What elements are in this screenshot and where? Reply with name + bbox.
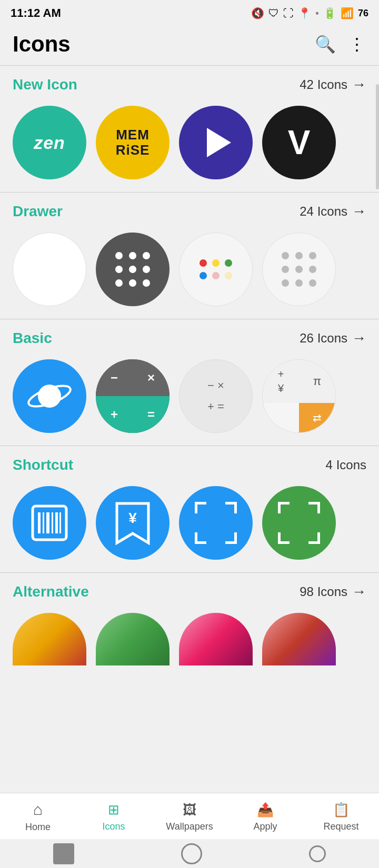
icon-light-dots[interactable]	[262, 233, 336, 306]
icon-play[interactable]	[179, 106, 253, 179]
icon-color-dots[interactable]	[179, 233, 253, 306]
nav-item-wallpapers[interactable]: 🖼 Wallpapers	[163, 802, 216, 832]
svg-rect-3	[38, 512, 41, 533]
section-count-new-icon[interactable]: 42 Icons →	[300, 76, 366, 93]
alternative-icon-row	[13, 613, 366, 665]
section-arrow-alternative: →	[352, 583, 366, 600]
calc-dark-grid: − × + =	[96, 359, 169, 433]
dot-2	[129, 252, 136, 259]
alt-icon-4[interactable]	[262, 613, 336, 665]
section-count-shortcut[interactable]: 4 Icons	[326, 458, 366, 472]
zen-text: zen	[34, 133, 65, 153]
section-header-new-icon: New Icon 42 Icons →	[13, 76, 366, 93]
dot-1	[115, 252, 123, 259]
svg-rect-4	[43, 512, 44, 533]
vanced-text: V	[288, 123, 311, 162]
section-arrow-new-icon: →	[352, 76, 366, 93]
svg-rect-6	[52, 512, 53, 533]
calc-o-tl: +¥	[263, 360, 299, 403]
status-bar: 11:12 AM 🔇 🛡 ⛶ 📍 • 🔋 📶 76	[0, 0, 379, 26]
icon-white-circle[interactable]	[13, 233, 86, 306]
more-options-button[interactable]: ⋮	[348, 34, 366, 54]
icon-barcode[interactable]	[13, 486, 86, 560]
dot-5	[129, 266, 136, 273]
alt-icon-1[interactable]	[13, 613, 86, 665]
notification-icon: ⛶	[283, 7, 294, 19]
system-nav	[0, 839, 379, 868]
system-home-button[interactable]	[181, 843, 202, 864]
ldot-1	[282, 252, 289, 259]
calc-orange-grid: +¥ π ⇄	[263, 360, 335, 432]
icon-yen[interactable]: ¥	[96, 486, 169, 560]
calc-eq: =	[133, 396, 169, 433]
svg-text:¥: ¥	[128, 510, 137, 526]
calc-o-tr: π	[299, 360, 335, 403]
section-count-drawer[interactable]: 24 Icons →	[300, 203, 366, 220]
alt-icon-2[interactable]	[96, 613, 169, 665]
calc-o-bl	[263, 403, 299, 432]
section-header-shortcut: Shortcut 4 Icons	[13, 457, 366, 473]
section-title-alternative: Alternative	[13, 583, 89, 600]
scan-corner-br	[225, 532, 237, 544]
calc-o-br: ⇄	[299, 403, 335, 432]
ldot-3	[309, 252, 316, 259]
nav-label-wallpapers: Wallpapers	[166, 821, 213, 832]
icon-calc-orange[interactable]: +¥ π ⇄	[262, 359, 336, 433]
search-button[interactable]: 🔍	[315, 34, 336, 54]
color-dots-grid	[195, 255, 236, 284]
mute-icon: 🔇	[251, 7, 264, 19]
page-title: Icons	[13, 32, 71, 57]
icon-vanced[interactable]: V	[262, 106, 336, 179]
icon-dark-dots[interactable]	[96, 233, 169, 306]
ldot-6	[309, 266, 316, 273]
calc-x: ×	[133, 359, 169, 396]
calc-minus: −	[96, 359, 133, 396]
location-icon: 📍	[298, 7, 311, 19]
cdot-5	[212, 272, 220, 279]
dot-6	[143, 266, 150, 273]
section-drawer: Drawer 24 Icons →	[0, 193, 379, 319]
cdot-3	[225, 259, 232, 267]
icon-memrise[interactable]: MEMRiSE	[96, 106, 169, 179]
nav-item-icons[interactable]: ⊞ Icons	[87, 802, 140, 832]
system-back-button[interactable]	[53, 843, 74, 864]
shield-icon: 🛡	[268, 7, 279, 19]
calc-light-text: − ×+ =	[207, 375, 224, 417]
svg-rect-7	[55, 512, 58, 533]
nav-item-home[interactable]: ⌂ Home	[12, 801, 64, 833]
icon-scan-green[interactable]	[262, 486, 336, 560]
nav-label-apply: Apply	[253, 821, 277, 832]
scroll-indicator[interactable]	[376, 84, 379, 189]
dot-9	[143, 279, 150, 287]
home-icon: ⌂	[33, 801, 43, 819]
icon-saturn[interactable]	[13, 359, 86, 433]
dot-4	[115, 266, 123, 273]
request-icon: 📋	[333, 802, 350, 818]
ldot-9	[309, 279, 316, 287]
section-alternative: Alternative 98 Icons →	[0, 573, 379, 771]
section-arrow-drawer: →	[352, 203, 366, 220]
section-shortcut: Shortcut 4 Icons	[0, 446, 379, 572]
yen-container: ¥	[112, 501, 154, 546]
barcode-svg	[28, 502, 71, 544]
saturn-svg	[26, 372, 73, 420]
nav-item-apply[interactable]: 📤 Apply	[239, 802, 292, 832]
section-title-drawer: Drawer	[13, 203, 63, 220]
dark-dots-grid	[111, 248, 154, 291]
section-arrow-basic: →	[352, 330, 366, 347]
basic-icon-row: − × + = − ×+ = +¥ π ⇄	[13, 359, 366, 433]
icon-calc-dark[interactable]: − × + =	[96, 359, 169, 433]
scan-corner-green-bl	[278, 532, 290, 544]
nav-item-request[interactable]: 📋 Request	[315, 802, 367, 832]
ldot-5	[295, 266, 303, 273]
section-count-basic[interactable]: 26 Icons →	[300, 330, 366, 347]
icon-calc-light[interactable]: − ×+ =	[179, 359, 253, 433]
icon-scan-blue[interactable]	[179, 486, 253, 560]
icon-zen[interactable]: zen	[13, 106, 86, 179]
nav-label-request: Request	[323, 821, 358, 832]
alt-icon-3[interactable]	[179, 613, 253, 665]
section-header-basic: Basic 26 Icons →	[13, 330, 366, 347]
system-recents-button[interactable]	[309, 845, 326, 862]
section-count-alternative[interactable]: 98 Icons →	[300, 583, 366, 600]
section-title-basic: Basic	[13, 330, 52, 347]
